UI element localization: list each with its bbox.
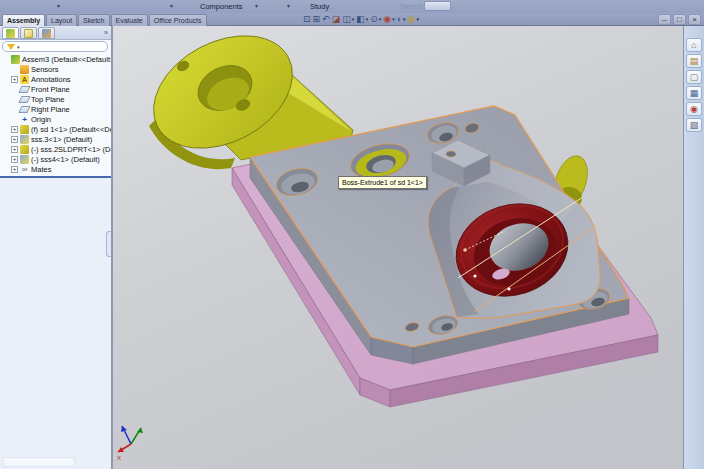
chevron-down-icon[interactable]: ▾: [17, 44, 20, 50]
tree-item-top-plane[interactable]: + Top Plane: [0, 94, 111, 104]
edit-appearance-button[interactable]: ◉▾: [383, 14, 394, 25]
previous-view-button[interactable]: ↶▾: [322, 14, 330, 25]
tab-sketch[interactable]: Sketch: [78, 14, 109, 26]
panel-overflow-chevron[interactable]: »: [104, 27, 108, 39]
triad-x-label: X: [117, 455, 121, 461]
menu-item-sketch: Sketch: [400, 2, 423, 11]
feature-tooltip: Boss-Extrude1 of sd 1<1>: [338, 176, 427, 189]
tree-item-sensors[interactable]: + Sensors: [0, 64, 111, 74]
tree-item-icon: [11, 55, 20, 64]
configurationmanager-tab[interactable]: [38, 27, 55, 39]
tree-item-sss3[interactable]: + sss.3<1> (Default): [0, 134, 111, 144]
tree-item-label: (-) sss4<1> (Default): [31, 155, 100, 164]
tree-item-label: Top Plane: [31, 95, 64, 104]
window-controls: –□×: [658, 14, 701, 25]
tree-item-origin[interactable]: + Origin: [0, 114, 111, 124]
panel-footer: [3, 457, 75, 467]
tree-item-icon: [18, 106, 30, 113]
tree-item-label: sss.3<1> (Default): [31, 135, 92, 144]
tab-assembly[interactable]: Assembly: [2, 14, 45, 26]
hide-show-items-button[interactable]: ⊙▾: [370, 14, 381, 25]
task-pane: ⌂▤▢▦◉▧: [683, 26, 704, 469]
tree-item-label: (f) sd 1<1> (Default<<Default: [31, 125, 111, 134]
close-button[interactable]: ×: [688, 14, 701, 25]
view-orientation-button[interactable]: ◫▾: [342, 14, 354, 25]
panel-lower-pane: [0, 178, 111, 469]
solidworks-window: ▾ ▾ Components ▾ ▾ Study Sketch Assembly…: [0, 0, 704, 469]
tree-item-mates[interactable]: + Mates: [0, 164, 111, 174]
tree-item-label: Sensors: [31, 65, 59, 74]
tab-office-products[interactable]: Office Products: [149, 14, 207, 26]
expander-icon[interactable]: +: [11, 156, 18, 163]
tree-item-icon: [20, 125, 29, 134]
tree-item-sss4[interactable]: + (-) sss4<1> (Default): [0, 154, 111, 164]
headsup-view-toolbar: ⊡▾ ⊞▾ ↶▾ ◪▾ ◫▾ ◧▾: [303, 13, 421, 26]
zoom-to-fit-button[interactable]: ⊡▾: [303, 14, 311, 25]
expander-icon[interactable]: +: [11, 146, 18, 153]
apply-scene-button[interactable]: ◐▾: [397, 14, 406, 25]
tree-item-icon: [18, 86, 30, 93]
expander-icon[interactable]: +: [11, 166, 18, 173]
tree-item-icon: [20, 65, 29, 74]
tree-item-icon: [18, 96, 30, 103]
tree-item-label: (-) sss.2SLDPRT<1> (Default<: [31, 145, 111, 154]
dropdown-arrow-icon[interactable]: ▾: [287, 3, 290, 9]
file-explorer-icon[interactable]: ▢: [686, 70, 702, 84]
menu-item-components[interactable]: Components: [200, 2, 243, 11]
command-manager-tabs: AssemblyLayoutSketchEvaluateOffice Produ…: [2, 13, 208, 26]
view-palette-icon[interactable]: ▦: [686, 86, 702, 100]
restore-button[interactable]: □: [673, 14, 686, 25]
dropdown-arrow-icon[interactable]: ▾: [170, 3, 173, 9]
command-manager-row: AssemblyLayoutSketchEvaluateOffice Produ…: [0, 13, 704, 26]
tree-item-annotations[interactable]: + Annotations: [0, 74, 111, 84]
design-library-icon[interactable]: ▤: [686, 54, 702, 68]
dropdown-arrow-icon[interactable]: ▾: [255, 3, 258, 9]
menu-bar: ▾ ▾ Components ▾ ▾ Study Sketch: [0, 0, 704, 13]
custom-properties-icon[interactable]: ▧: [686, 118, 702, 132]
tree-item-label: Mates: [31, 165, 51, 174]
graphics-viewport[interactable]: X Boss-Extrude1 of sd 1<1>: [113, 26, 683, 469]
tree-item-icon: [20, 135, 29, 144]
tree-item-label: Assem3 (Default<<Default>_Appe: [22, 55, 111, 64]
display-style-button[interactable]: ◧▾: [356, 14, 368, 25]
filter-funnel-icon: [7, 44, 15, 50]
minimize-button[interactable]: –: [658, 14, 671, 25]
propertymanager-tab[interactable]: [20, 27, 37, 39]
dropdown-arrow-icon[interactable]: ▾: [57, 3, 60, 9]
menu-item-study[interactable]: Study: [310, 2, 329, 11]
tree-item-label: Right Plane: [31, 105, 70, 114]
tree-item-icon: [20, 75, 29, 84]
panel-tab-strip: [0, 26, 111, 40]
tree-item-icon: [20, 165, 29, 174]
tab-layout[interactable]: Layout: [46, 14, 77, 26]
tree-item-icon: [20, 145, 29, 154]
tree-item-sss2[interactable]: + (-) sss.2SLDPRT<1> (Default<: [0, 144, 111, 154]
expander-icon[interactable]: +: [11, 76, 18, 83]
feature-manager-panel: » ▾ + Assem3 (Default<<Default>_Appe + S…: [0, 26, 111, 469]
zoom-to-area-button[interactable]: ⊞▾: [313, 14, 321, 25]
feature-tree: + Assem3 (Default<<Default>_Appe + Senso…: [0, 54, 111, 174]
tree-item-icon: [20, 115, 29, 124]
tree-item-label: Annotations: [31, 75, 71, 84]
expander-icon[interactable]: +: [11, 136, 18, 143]
tree-item-front-plane[interactable]: + Front Plane: [0, 84, 111, 94]
tree-item-icon: [20, 155, 29, 164]
tree-item-assem3[interactable]: + Assem3 (Default<<Default>_Appe: [0, 54, 111, 64]
tree-item-label: Front Plane: [31, 85, 70, 94]
tree-item-label: Origin: [31, 115, 51, 124]
section-view-button[interactable]: ◪▾: [332, 14, 341, 25]
solidworks-resources-icon[interactable]: ⌂: [686, 38, 702, 52]
tree-item-sd1[interactable]: + (f) sd 1<1> (Default<<Default: [0, 124, 111, 134]
tab-evaluate[interactable]: Evaluate: [111, 14, 148, 26]
featuremanager-tab[interactable]: [2, 27, 19, 39]
toolbar-button[interactable]: [424, 1, 451, 11]
tree-filter-box[interactable]: ▾: [2, 41, 108, 52]
expander-icon[interactable]: +: [11, 126, 18, 133]
appearances-icon[interactable]: ◉: [686, 102, 702, 116]
model-scene: X: [113, 26, 683, 469]
view-settings-button[interactable]: ◍▾: [408, 14, 419, 25]
tree-item-right-plane[interactable]: + Right Plane: [0, 104, 111, 114]
